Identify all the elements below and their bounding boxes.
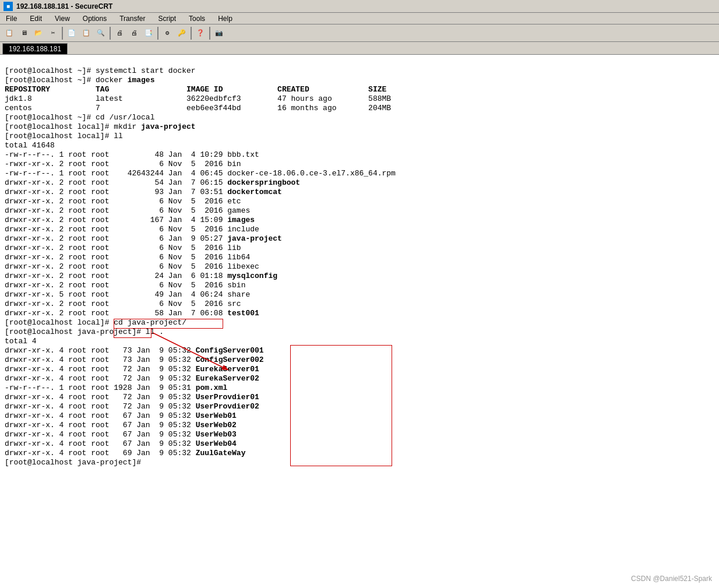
toolbar-btn-8[interactable]: 🖨: [112, 26, 126, 40]
menu-file[interactable]: File: [2, 15, 20, 23]
menu-script[interactable]: Script: [154, 15, 179, 23]
menu-view[interactable]: View: [51, 15, 73, 23]
menu-tools[interactable]: Tools: [185, 15, 209, 23]
toolbar-sep-2: [110, 27, 111, 40]
highlight-cd-command: [114, 319, 223, 329]
window-title: 192.168.188.181 - SecureCRT: [16, 2, 716, 10]
menu-help[interactable]: Help: [214, 15, 236, 23]
highlight-ll-command: [114, 328, 151, 338]
toolbar-btn-1[interactable]: 📋: [2, 26, 16, 40]
toolbar-btn-12[interactable]: 🔑: [175, 26, 189, 40]
highlight-file-list: [290, 345, 392, 466]
toolbar-btn-14[interactable]: 📷: [212, 26, 226, 40]
toolbar-btn-10[interactable]: 📑: [142, 26, 156, 40]
terminal[interactable]: [root@localhost ~]# systemctl start dock…: [0, 55, 719, 588]
toolbar-sep-4: [191, 27, 192, 40]
toolbar-btn-5[interactable]: 📄: [65, 26, 79, 40]
watermark: CSDN @Daniel521-Spark: [631, 574, 712, 583]
toolbar-btn-13[interactable]: ❓: [193, 26, 207, 40]
toolbar-btn-3[interactable]: 📂: [31, 26, 45, 40]
toolbar-btn-9[interactable]: 🖨: [127, 26, 141, 40]
tab-bar: 192.168.188.181: [0, 42, 719, 55]
menu-bar: File Edit View Options Transfer Script T…: [0, 13, 719, 24]
toolbar-btn-2[interactable]: 🖥: [17, 26, 31, 40]
toolbar-btn-4[interactable]: ✂: [46, 26, 60, 40]
menu-options[interactable]: Options: [79, 15, 110, 23]
toolbar-sep-5: [209, 27, 210, 40]
toolbar-sep-1: [62, 27, 63, 40]
toolbar-sep-3: [157, 27, 158, 40]
toolbar-btn-11[interactable]: ⚙: [160, 26, 174, 40]
toolbar: 📋 🖥 📂 ✂ 📄 📋 🔍 🖨 🖨 📑 ⚙ 🔑 ❓ 📷: [0, 24, 719, 42]
app-icon: ■: [3, 2, 13, 11]
title-bar: ■ 192.168.188.181 - SecureCRT: [0, 0, 719, 13]
toolbar-btn-6[interactable]: 📋: [79, 26, 93, 40]
toolbar-btn-7[interactable]: 🔍: [94, 26, 108, 40]
menu-transfer[interactable]: Transfer: [116, 15, 149, 23]
menu-edit[interactable]: Edit: [26, 15, 45, 23]
tab-session[interactable]: 192.168.188.181: [2, 43, 68, 54]
